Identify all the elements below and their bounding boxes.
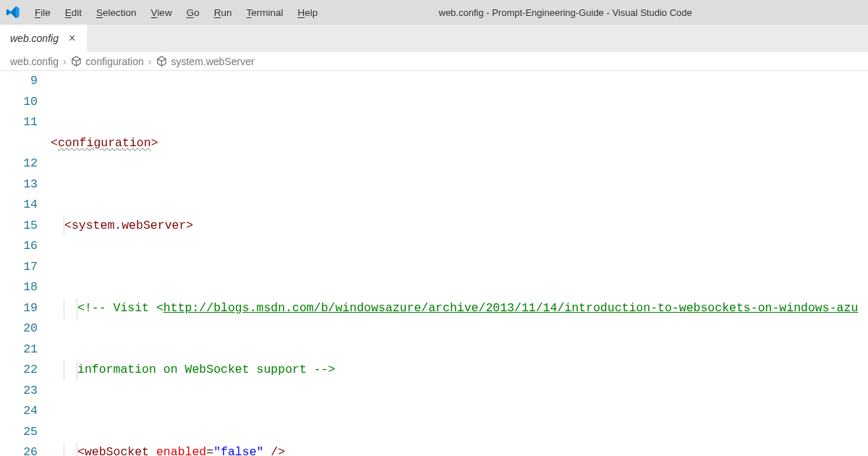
chevron-right-icon: › <box>63 56 67 67</box>
menu-selection[interactable]: Selection <box>89 4 144 21</box>
menu-go[interactable]: Go <box>179 4 207 21</box>
code-area[interactable]: <configuration> <system.webServer> <!-- … <box>51 71 868 456</box>
menu-terminal[interactable]: Terminal <box>239 4 290 21</box>
breadcrumb-file[interactable]: web.config <box>10 56 59 67</box>
vscode-logo-icon <box>4 4 22 21</box>
code-line: <configuration> <box>51 133 868 154</box>
title-bar: File Edit Selection View Go Run Terminal… <box>0 0 868 25</box>
breadcrumb: web.config › configuration › system.webS… <box>0 52 868 71</box>
editor[interactable]: 91011 121314151617181920212223242526 <co… <box>0 71 868 456</box>
symbol-namespace-icon <box>156 56 167 67</box>
menu-help[interactable]: Help <box>290 4 325 21</box>
menu-view[interactable]: View <box>144 4 179 21</box>
chevron-right-icon: › <box>148 56 152 67</box>
line-number-gutter: 91011 121314151617181920212223242526 <box>0 71 51 456</box>
window-title: web.config - Prompt-Engineering-Guide - … <box>325 7 864 18</box>
tab-bar: web.config × <box>0 25 868 52</box>
menu-file[interactable]: File <box>27 4 58 21</box>
tab-webconfig[interactable]: web.config × <box>0 25 87 52</box>
breadcrumb-systemwebserver[interactable]: system.webServer <box>156 56 254 67</box>
menu-run[interactable]: Run <box>207 4 239 21</box>
close-icon[interactable]: × <box>67 32 77 45</box>
symbol-namespace-icon <box>71 56 82 67</box>
breadcrumb-configuration[interactable]: configuration <box>71 56 144 67</box>
menu-edit[interactable]: Edit <box>58 4 89 21</box>
menu-bar: File Edit Selection View Go Run Terminal… <box>27 4 325 21</box>
tab-label: web.config <box>10 33 59 44</box>
